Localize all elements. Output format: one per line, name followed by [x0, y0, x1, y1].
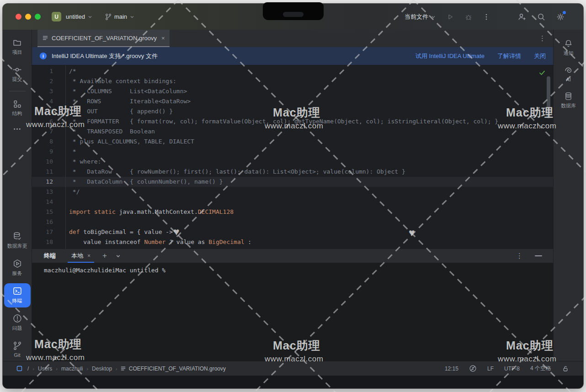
run-icon[interactable] — [446, 13, 454, 21]
code-line: 3 * COLUMNS List<DataColumn> — [32, 86, 553, 96]
code-text: * FORMATTER { format(row, col); formatVa… — [53, 117, 553, 127]
sidebar-item-ai[interactable]: AI — [555, 63, 582, 85]
sidebar-item-notifications[interactable]: 通知 — [555, 36, 582, 60]
gutter-separator — [65, 65, 66, 249]
code-text: * OUT { append() } — [53, 106, 553, 117]
new-terminal-icon[interactable]: + — [102, 251, 107, 260]
code-line: 6 * FORMATTER { format(row, col); format… — [32, 117, 553, 127]
close-icon[interactable]: × — [161, 35, 165, 42]
line-number: 6 — [32, 117, 53, 127]
minimize-window-button[interactable] — [25, 14, 31, 20]
debug-icon[interactable] — [464, 13, 473, 21]
branch-selector[interactable]: main — [105, 13, 135, 21]
breadcrumb-root[interactable]: / — [27, 366, 29, 372]
terminal-header: 终端 本地 × + ⋮ — [32, 249, 553, 263]
camera-slot — [283, 12, 304, 17]
line-number: 3 — [32, 86, 53, 96]
git-branch-icon — [105, 13, 112, 21]
code-line: 9 * — [32, 147, 553, 157]
window-footer — [3, 376, 583, 388]
terminal-panel-title: 终端 — [44, 252, 56, 260]
line-number: 11 — [32, 167, 53, 177]
code-line: 5 * OUT { append() } — [32, 106, 553, 117]
line-number: 1 — [32, 66, 53, 76]
zoom-window-button[interactable] — [35, 14, 41, 20]
sidebar-item-structure[interactable]: 结构 — [4, 96, 31, 120]
right-toolwindow-bar: 通知 AI 数据库 — [553, 30, 583, 361]
line-number: 13 — [32, 187, 53, 197]
code-with-me-icon[interactable] — [517, 12, 527, 21]
terminal-tab-local[interactable]: 本地 × — [69, 249, 92, 263]
encoding-widget[interactable]: UTF-8 — [504, 366, 520, 372]
line-number: 2 — [32, 76, 53, 86]
breadcrumb-maczhuli[interactable]: maczhuli — [61, 366, 83, 372]
sidebar-more-button[interactable] — [4, 123, 31, 135]
svg-text:i: i — [43, 53, 44, 58]
line-number: 5 — [32, 106, 53, 117]
banner-try-link[interactable]: 试用 IntelliJ IDEA Ultimate — [416, 52, 485, 60]
hide-panel-icon[interactable] — [535, 255, 542, 256]
line-number: 15 — [32, 207, 53, 217]
folder-icon — [12, 38, 22, 48]
breadcrumb-desktop[interactable]: Desktop — [92, 366, 112, 372]
sidebar-item-project[interactable]: 项目 — [4, 35, 31, 59]
editor-area: COEFFICIENT_OF_VARIATION.groovy × ⋮ i In… — [32, 30, 553, 361]
search-icon[interactable] — [537, 12, 546, 21]
banner-dismiss-link[interactable]: 关闭 — [534, 52, 546, 60]
code-text: value instanceof Number ? value as BigDe… — [53, 237, 553, 247]
highlighting-off-icon[interactable] — [469, 365, 477, 372]
indent-widget[interactable]: 4 个空格 — [530, 365, 551, 372]
terminal-options-icon[interactable]: ⋮ — [516, 252, 523, 260]
code-text: * ROWS Iterable<DataRow> — [53, 96, 553, 106]
groovy-file-icon — [42, 35, 48, 41]
code-line: 17def toBigDecimal = { value -> — [32, 227, 553, 237]
line-number: 9 — [32, 147, 53, 157]
status-bar: / › Users › maczhuli › Desktop › COEFFIC… — [3, 361, 583, 376]
code-text: * COLUMNS List<DataColumn> — [53, 86, 553, 96]
code-editor[interactable]: 1/*2 * Available context bindings:3 * CO… — [32, 65, 553, 249]
groovy-file-icon — [120, 366, 126, 371]
run-config-selector[interactable]: 当前文件 — [405, 13, 436, 21]
code-text: * Available context bindings: — [53, 76, 553, 86]
lock-icon[interactable] — [562, 365, 569, 372]
editor-scrollbar[interactable] — [547, 76, 550, 118]
chevron-down-icon[interactable] — [115, 253, 121, 259]
clock-widget[interactable]: 12:15 — [445, 366, 458, 372]
terminal-output[interactable]: maczhuli@MaczhulideiMac untitled % — [32, 263, 553, 361]
line-number: 17 — [32, 227, 53, 237]
more-actions-icon[interactable] — [483, 13, 490, 21]
breadcrumb-separator: › — [32, 366, 34, 371]
sidebar-item-git[interactable]: Git — [4, 338, 31, 361]
settings-button[interactable] — [556, 12, 565, 21]
left-toolwindow-bar: 项目 提交 结构 数据库更 服务 — [3, 30, 32, 361]
code-line: 4 * ROWS Iterable<DataRow> — [32, 96, 553, 106]
services-icon — [12, 259, 22, 269]
sidebar-item-commit[interactable]: 提交 — [4, 62, 31, 86]
line-ending-widget[interactable]: LF — [487, 366, 494, 372]
line-number: 14 — [32, 197, 53, 207]
sidebar-item-problems[interactable]: 问题 — [4, 311, 31, 335]
sidebar-item-database[interactable]: 数据库 — [555, 89, 582, 112]
sidebar-item-terminal[interactable]: 终端 — [4, 283, 31, 307]
close-window-button[interactable] — [16, 14, 21, 20]
banner-actions: 试用 IntelliJ IDEA Ultimate 了解详情 关闭 — [416, 52, 546, 60]
inspections-ok-icon[interactable] — [538, 69, 546, 76]
project-selector[interactable]: untitled — [66, 13, 93, 20]
tab-options-icon[interactable]: ⋮ — [539, 34, 546, 42]
sidebar-item-services[interactable]: 服务 — [4, 256, 31, 280]
breadcrumb-separator: › — [116, 366, 117, 371]
sidebar-item-database-changes[interactable]: 数据库更 — [4, 228, 31, 253]
code-line: 12 * DataColumn { columnNumber(), name()… — [32, 177, 553, 187]
banner-learn-link[interactable]: 了解详情 — [497, 52, 521, 60]
code-line: 16 — [32, 217, 553, 227]
toolwindow-widget-icon[interactable] — [16, 366, 22, 371]
code-line: 1/* — [32, 66, 553, 76]
breadcrumb-users[interactable]: Users — [38, 366, 52, 372]
code-line: 18 value instanceof Number ? value as Bi… — [32, 237, 553, 247]
camera-notch — [263, 2, 324, 20]
breadcrumb-file[interactable]: COEFFICIENT_OF_VARIATION.groovy — [129, 366, 226, 372]
tab-coefficient-of-variation[interactable]: COEFFICIENT_OF_VARIATION.groovy × — [37, 30, 170, 47]
ai-assistant-icon — [564, 66, 573, 75]
tab-label: COEFFICIENT_OF_VARIATION.groovy — [52, 35, 157, 42]
close-icon[interactable]: × — [87, 253, 91, 259]
